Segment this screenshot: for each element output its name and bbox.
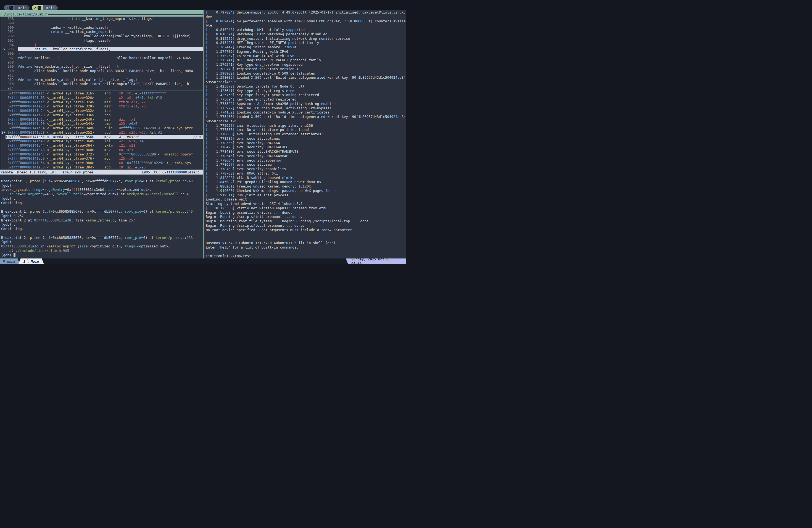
- terminal-row: (initramfs) ./tmp/test: [206, 254, 406, 258]
- terminal-row: 5955077c7f43a9': [206, 80, 406, 84]
- terminal-row: [ 1.423641] Key type .fscrypt registered: [206, 89, 406, 93]
- terminal-row: (gdb) n: [1, 184, 203, 188]
- terminal-row: 5955077c7f43a9': [206, 119, 406, 123]
- gdb-status-thread: remote Thread 1.1 (src) In: __arm64_sys_…: [1, 170, 93, 175]
- window-tab-main[interactable]: 1 Main: [18, 259, 44, 264]
- terminal-row: 900 index = kmalloc_index(size);: [1, 25, 203, 30]
- session-name: main: [6, 259, 15, 263]
- window-index: 1: [24, 259, 25, 263]
- terminal-row: Starting systemd-udevd version 257.4-1ub…: [206, 202, 406, 206]
- terminal-row: [ 0.797884] device-mapper: ioctl: 4.49.0…: [206, 10, 406, 15]
- session-segment[interactable]: ⊞ main: [0, 259, 20, 264]
- terminal-row: Breakpoint 1, ptree (buf=0xc86585885670,…: [1, 179, 203, 184]
- terminal-row: Begin: Running /scripts/local-premount .…: [206, 223, 406, 228]
- clock-segment: Sunday, 2025 Oct 05 04:24: [346, 259, 406, 264]
- terminal-row: [1, 205, 203, 209]
- tmux-status-bar: ⊞ main 1 Main Sunday, 2025 Oct 05 04:24: [0, 259, 406, 264]
- terminal-row: 0xffff800080141a48 <__arm64_sys_ptree+36…: [1, 148, 203, 152]
- terminal-row: [ 0.813495] NET: Registered PF_INET6 pro…: [206, 41, 406, 45]
- terminal-row: [ 1.778768] evm: HMAC attrs: 0x1: [206, 171, 406, 176]
- terminal-row: Continuing.: [1, 201, 203, 205]
- terminal-row: 0xffff800080141a44 <__arm64_sys_ptree+36…: [1, 143, 203, 148]
- terminal-row: (gdb): [1, 253, 203, 258]
- terminal-row: Continuing.: [1, 227, 203, 231]
- tab-bar: 1 >_ main 2 >_ main: [0, 0, 406, 10]
- window-divider: [27, 259, 29, 264]
- terminal-row: dev: [206, 15, 406, 19]
- terminal-row: [ 1.774152] Loading compiled-in module X…: [206, 110, 406, 115]
- terminal-row: [ 0.810374] watchdog: Hard watchdog perm…: [206, 32, 406, 36]
- terminal-row: [206, 249, 406, 254]
- terminal-row: [1, 231, 203, 236]
- tab-2-index: 2: [34, 6, 36, 10]
- terminal-row: 0xffff800080141a54 <__arm64_sys_ptree+38…: [1, 161, 203, 165]
- terminal-row: [ 0.809471] hw perfevents: enabled with …: [206, 19, 406, 24]
- terminal-row: invoke_syscall (regs=regs@entry=0xffff80…: [1, 188, 203, 192]
- terminal-row: [ 1.886201] Freeing unused kernel memory…: [206, 184, 406, 189]
- terminal-row: 0xffff800080141a34 <__arm64_sys_ptree+34…: [1, 126, 203, 130]
- terminal-row: [ 1.773322] AppArmor: AppArmor sha256 po…: [206, 102, 406, 106]
- terminal-row: [ 1.202447] Freeing initrd memory: 23892…: [206, 45, 406, 49]
- terminal-row: 0xffff800080141a24 <__arm64_sys_ptree+33…: [1, 108, 203, 113]
- terminal-row: 902 kmalloc_caches[kmalloc_type(flags, _…: [1, 34, 203, 39]
- gdb-pane[interactable]: ./include/linux/slab.h 898 return __kmal…: [0, 10, 204, 259]
- tab-1-index: 1: [6, 6, 8, 10]
- gdb-status-line: remote Thread 1.1 (src) In: __arm64_sys_…: [0, 170, 203, 175]
- terminal-row: [ 10.123358] virtio_net virtio0 enp0s1: …: [206, 206, 406, 210]
- terminal-icon: >_: [38, 6, 41, 10]
- terminal-row: [1, 175, 203, 179]
- terminal-row: 909 #define kmem_buckets_alloc(_b, _size…: [1, 64, 203, 69]
- terminal-row: (gdb) s: [1, 240, 203, 244]
- terminal-row: [ 1.773922] ima: No TPM chip found, acti…: [206, 106, 406, 111]
- terminal-row: Breakpoint 2 at 0xffff800080141a38: file…: [1, 218, 203, 223]
- session-icon: ⊞: [3, 259, 5, 263]
- terminal-row: ble: [206, 23, 406, 28]
- terminal-row: [ 1.778088] evm: Initialising EVM extend…: [206, 132, 406, 136]
- terminal-row: 0xffff800080141a18 <__arm64_sys_ptree+32…: [1, 96, 203, 100]
- terminal-row: [ 1.778480] evm: security.SMACK64TRANSMU…: [206, 149, 406, 154]
- gdb-disassembly-window[interactable]: 0xffff800080141a14 <__arm64_sys_ptree+31…: [0, 91, 203, 170]
- gdb-source-window[interactable]: 898 return __kmalloc_large_noprof(size, …: [0, 17, 203, 91]
- terminal-row: > 905 return __kmalloc_noprof(size, flag…: [1, 47, 203, 52]
- terminal-row: 911: [1, 73, 203, 78]
- terminal-row: [206, 236, 406, 241]
- gdb-console[interactable]: Breakpoint 1, ptree (buf=0xc86585885670,…: [0, 175, 203, 259]
- title-rule: [48, 14, 203, 17]
- tab-window-1[interactable]: 1 >_ main: [4, 5, 30, 10]
- terminal-row: [ 1.919511] Run /init as init process: [206, 193, 406, 197]
- terminal-row: Begin: Loading essential drivers ... don…: [206, 210, 406, 215]
- tmux-screen: { "tabs": { "tab1_index": "1", "tab1_lab…: [0, 0, 406, 264]
- terminal-row: [206, 232, 406, 236]
- terminal-row: [ 1.778545] evm: security.SMACK64MMAP: [206, 154, 406, 158]
- terminal-row: [ 1.423078] Demotion targets for Node 0:…: [206, 84, 406, 89]
- terminal-row: 0xffff800080141a2c <__arm64_sys_ptree+34…: [1, 117, 203, 122]
- terminal-row: 0xffff800080141a40 <__arm64_sys_ptree+36…: [1, 139, 203, 143]
- terminal-row: [ 0.810248] watchdog: NMI not fully supp…: [206, 28, 406, 32]
- terminal-row: [ 0.812523] drop_monitor: Initializing n…: [206, 36, 406, 41]
- kernel-log-pane[interactable]: [ 0.797884] device-mapper: ioctl: 4.49.0…: [204, 10, 406, 259]
- terminal-row: [ 1.423730] Key type fscrypt-provisionin…: [206, 93, 406, 97]
- terminal-row: [ 1.843082] PM: genpd: Disabling unused …: [206, 180, 406, 184]
- terminal-row: 898 return __kmalloc_large_noprof(size, …: [1, 17, 203, 21]
- source-window-top-border: [0, 10, 203, 12]
- terminal-row: [ 1.775657] ima: Allocated hash algorith…: [206, 123, 406, 128]
- terminal-row: [ 1.376541] Key type dns_resolver regist…: [206, 62, 406, 67]
- terminal-row: 0xffff800080141a50 <__arm64_sys_ptree+37…: [1, 156, 203, 161]
- terminal-row: [ 1.398005] Loaded X.509 cert 'Build tim…: [206, 75, 406, 80]
- terminal-row: 0xffff800080141a3c in kmalloc_noprof (si…: [1, 244, 203, 249]
- terminal-row: [ 1.390902] Loading compiled-in X.509 ce…: [206, 71, 406, 76]
- tab-window-2-active[interactable]: 2 >_ main: [32, 5, 57, 10]
- terminal-row: (gdb) c: [1, 196, 203, 201]
- terminal-row: 0xffff800080141a1c <__arm64_sys_ptree+32…: [1, 100, 203, 104]
- terminal-row: No root device specified. Boot arguments…: [206, 228, 406, 232]
- terminal-row: [ 1.778420] evm: security.SMACK64EXEC: [206, 145, 406, 149]
- terminal-row: [ 1.919080] Checked W+X mappings: passed…: [206, 189, 406, 193]
- terminal-row: 906 }: [1, 52, 203, 56]
- terminal-row: [ 1.778282] evm: security.selinux: [206, 136, 406, 141]
- terminal-row: [ 1.778709] evm: security.capability: [206, 167, 406, 171]
- terminal-row: 899: [1, 21, 203, 25]
- terminal-row: B+ 0xffff800080141a38 <__arm64_sys_ptree…: [1, 130, 203, 135]
- terminal-row: Begin: Running /scripts/init-premount ..…: [206, 215, 406, 219]
- terminal-row: Breakpoint 2, ptree (buf=0xc86585885670,…: [1, 236, 203, 240]
- tab-2-label: main: [43, 5, 58, 10]
